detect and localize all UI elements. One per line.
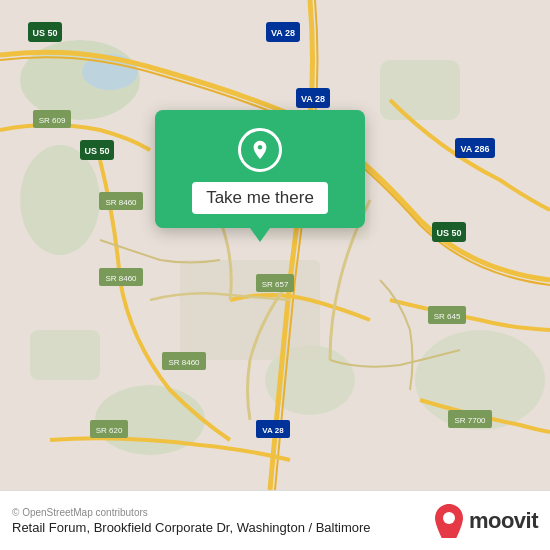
svg-text:VA 28: VA 28 (301, 94, 325, 104)
location-popup: Take me there (155, 110, 365, 228)
moovit-brand-text: moovit (469, 508, 538, 534)
svg-text:SR 7700: SR 7700 (454, 416, 486, 425)
footer-info: © OpenStreetMap contributors Retail Foru… (12, 507, 371, 535)
footer: © OpenStreetMap contributors Retail Foru… (0, 490, 550, 550)
svg-text:SR 8460: SR 8460 (168, 358, 200, 367)
svg-text:SR 8460: SR 8460 (105, 198, 137, 207)
svg-rect-7 (30, 330, 100, 380)
svg-rect-9 (180, 260, 320, 360)
svg-text:VA 28: VA 28 (271, 28, 295, 38)
svg-text:SR 657: SR 657 (262, 280, 289, 289)
svg-rect-4 (380, 60, 460, 120)
svg-text:US 50: US 50 (32, 28, 57, 38)
svg-text:SR 8460: SR 8460 (105, 274, 137, 283)
svg-text:US 50: US 50 (436, 228, 461, 238)
svg-text:SR 620: SR 620 (96, 426, 123, 435)
svg-text:US 50: US 50 (84, 146, 109, 156)
osm-credit: © OpenStreetMap contributors (12, 507, 371, 518)
location-name: Retail Forum, Brookfield Corporate Dr, W… (12, 520, 371, 535)
svg-text:VA 28: VA 28 (262, 426, 284, 435)
svg-text:SR 645: SR 645 (434, 312, 461, 321)
svg-text:VA 286: VA 286 (460, 144, 489, 154)
take-me-there-button[interactable]: Take me there (192, 182, 328, 214)
svg-text:SR 609: SR 609 (39, 116, 66, 125)
moovit-pin-icon (435, 504, 463, 538)
moovit-logo: moovit (435, 504, 538, 538)
location-pin-icon (238, 128, 282, 172)
map-view: US 50 US 50 VA 28 VA 28 VA 286 US 50 SR … (0, 0, 550, 490)
svg-point-42 (443, 512, 455, 524)
svg-point-2 (20, 145, 100, 255)
